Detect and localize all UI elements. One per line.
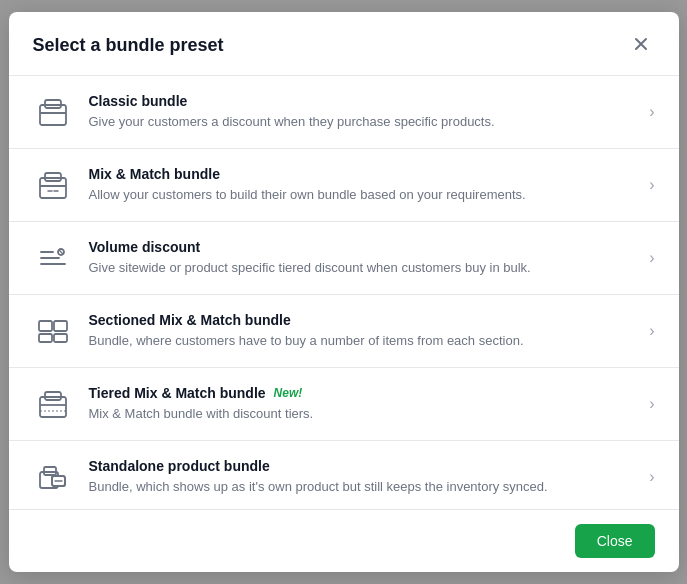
- bundle-preset-modal: Select a bundle preset Classic bundle Gi…: [9, 12, 679, 572]
- mix-match-bundle-desc: Allow your customers to build their own …: [89, 187, 526, 202]
- volume-discount-desc: Give sitewide or product specific tiered…: [89, 260, 531, 275]
- classic-bundle-icon: [33, 92, 73, 132]
- tiered-bundle-icon: [33, 384, 73, 424]
- volume-discount-name: Volume discount: [89, 239, 201, 255]
- svg-rect-14: [54, 334, 67, 342]
- mix-match-bundle-name: Mix & Match bundle: [89, 166, 220, 182]
- volume-discount-content: Volume discount Give sitewide or product…: [89, 239, 638, 277]
- mix-match-bundle-content: Mix & Match bundle Allow your customers …: [89, 166, 638, 204]
- sectioned-bundle-name: Sectioned Mix & Match bundle: [89, 312, 291, 328]
- tiered-bundle-desc: Mix & Match bundle with discount tiers.: [89, 406, 314, 421]
- modal-footer: Close: [9, 509, 679, 572]
- svg-rect-1: [45, 100, 61, 108]
- classic-bundle-content: Classic bundle Give your customers a dis…: [89, 93, 638, 131]
- standalone-bundle-name: Standalone product bundle: [89, 458, 270, 474]
- bundle-item-volume-discount[interactable]: Volume discount Give sitewide or product…: [9, 222, 679, 295]
- svg-rect-11: [39, 321, 52, 331]
- mix-match-bundle-icon: [33, 165, 73, 205]
- modal-title: Select a bundle preset: [33, 35, 224, 56]
- volume-discount-icon: [33, 238, 73, 278]
- classic-bundle-desc: Give your customers a discount when they…: [89, 114, 495, 129]
- classic-bundle-chevron: ›: [649, 103, 654, 121]
- bundle-list: Classic bundle Give your customers a dis…: [9, 76, 679, 509]
- bundle-item-tiered[interactable]: Tiered Mix & Match bundle New! Mix & Mat…: [9, 368, 679, 441]
- tiered-bundle-chevron: ›: [649, 395, 654, 413]
- standalone-bundle-desc: Bundle, which shows up as it's own produ…: [89, 479, 548, 494]
- volume-discount-chevron: ›: [649, 249, 654, 267]
- standalone-bundle-icon: [33, 457, 73, 497]
- standalone-bundle-chevron: ›: [649, 468, 654, 486]
- tiered-bundle-content: Tiered Mix & Match bundle New! Mix & Mat…: [89, 385, 638, 423]
- new-badge: New!: [274, 386, 303, 400]
- svg-rect-16: [45, 392, 61, 400]
- close-button[interactable]: Close: [575, 524, 655, 558]
- modal-close-x-button[interactable]: [627, 32, 655, 59]
- svg-rect-13: [39, 334, 52, 342]
- bundle-item-mix-match[interactable]: Mix & Match bundle Allow your customers …: [9, 149, 679, 222]
- bundle-item-classic[interactable]: Classic bundle Give your customers a dis…: [9, 76, 679, 149]
- bundle-item-sectioned[interactable]: Sectioned Mix & Match bundle Bundle, whe…: [9, 295, 679, 368]
- sectioned-bundle-icon: [33, 311, 73, 351]
- bundle-item-standalone[interactable]: Standalone product bundle Bundle, which …: [9, 441, 679, 509]
- sectioned-bundle-desc: Bundle, where customers have to buy a nu…: [89, 333, 524, 348]
- svg-rect-4: [45, 173, 61, 181]
- mix-match-bundle-chevron: ›: [649, 176, 654, 194]
- tiered-bundle-name: Tiered Mix & Match bundle: [89, 385, 266, 401]
- close-icon: [631, 34, 651, 54]
- sectioned-bundle-content: Sectioned Mix & Match bundle Bundle, whe…: [89, 312, 638, 350]
- classic-bundle-name: Classic bundle: [89, 93, 188, 109]
- svg-rect-12: [54, 321, 67, 331]
- svg-rect-20: [44, 467, 56, 475]
- svg-line-10: [59, 251, 62, 254]
- standalone-bundle-content: Standalone product bundle Bundle, which …: [89, 458, 638, 496]
- sectioned-bundle-chevron: ›: [649, 322, 654, 340]
- modal-header: Select a bundle preset: [9, 12, 679, 76]
